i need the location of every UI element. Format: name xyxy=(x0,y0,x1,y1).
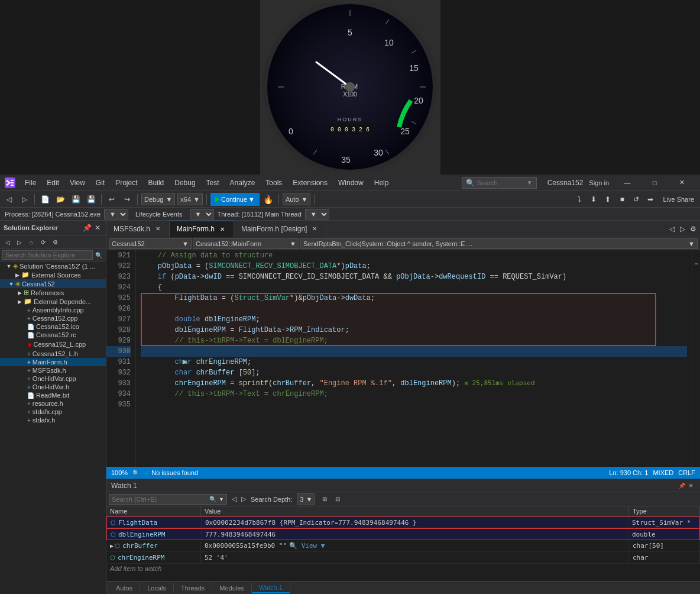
menu-window[interactable]: Window xyxy=(333,177,368,188)
sidebar-item-stdafxcpp[interactable]: + stdafx.cpp xyxy=(0,408,106,416)
watch-nav-forward[interactable]: ▷ xyxy=(241,495,246,503)
sidebar-item-external-sources[interactable]: ▶ 📁 External Sources xyxy=(0,270,106,279)
debug-config-dropdown[interactable]: Debug ▼ xyxy=(141,193,175,205)
new-file-button[interactable]: 📄 xyxy=(38,193,51,206)
menu-tools[interactable]: Tools xyxy=(261,177,287,188)
process-dropdown[interactable]: ▼ xyxy=(104,209,128,219)
tab-msfssdk[interactable]: MSFSsdk.h ✕ xyxy=(106,221,170,237)
sidebar-item-cessna152rc[interactable]: 📄 Cessna152.rc xyxy=(0,331,106,339)
zoom-button[interactable]: 🔍 xyxy=(132,470,140,476)
add-watch-button[interactable]: Add item to watch xyxy=(106,564,700,573)
nav-function-dropdown[interactable]: SendRptsBtn_Click(System::Object ^ sende… xyxy=(300,238,698,249)
nav-class-dropdown[interactable]: Cessna152 ▼ xyxy=(109,238,192,249)
watch-row-dblenginerpm[interactable]: ⬡ dblEngineRPM 777.94839468497446 double xyxy=(106,528,700,540)
sidebar-sync-button[interactable]: ⟳ xyxy=(38,237,48,247)
redo-button[interactable]: ↪ xyxy=(121,193,134,206)
fire-button[interactable]: 🔥 xyxy=(262,193,275,206)
chrbuffer-view-button[interactable]: 🔍 View ▼ xyxy=(289,542,325,550)
sidebar-item-onehidvarcpp[interactable]: + OneHidVar.cpp xyxy=(0,375,106,383)
search-dropdown-icon[interactable]: ▼ xyxy=(527,179,533,186)
sidebar-item-mainformh[interactable]: + MainForm.h xyxy=(0,358,106,366)
tab-watch1[interactable]: Watch 1 xyxy=(252,583,290,593)
menu-git[interactable]: Git xyxy=(91,177,109,188)
sidebar-item-references[interactable]: ▶ ⊞ References xyxy=(0,288,106,297)
sidebar-settings-button[interactable]: ⚙ xyxy=(50,237,60,247)
menu-view[interactable]: View xyxy=(65,177,90,188)
platform-dropdown[interactable]: x64 ▼ xyxy=(177,193,203,205)
tab-nav-left[interactable]: ◁ xyxy=(667,224,676,234)
sidebar-item-assemblyinfo[interactable]: + AssemblyInfo.cpp xyxy=(0,306,106,314)
sidebar-search-button[interactable]: 🔍 xyxy=(94,250,103,260)
close-button[interactable]: ✕ xyxy=(668,175,695,191)
menu-edit[interactable]: Edit xyxy=(42,177,64,188)
sidebar-item-cessna152lcpp[interactable]: ● Cessna152_L.cpp xyxy=(0,339,106,350)
project-node[interactable]: ▼ ◈ Cessna152 xyxy=(0,279,106,288)
menu-file[interactable]: File xyxy=(20,177,41,188)
maximize-button[interactable]: □ xyxy=(641,175,668,191)
step-over-button[interactable]: ⤵ xyxy=(573,193,586,206)
step-out-button[interactable]: ⬆ xyxy=(601,193,614,206)
menu-analyze[interactable]: Analyze xyxy=(225,177,260,188)
sidebar-back-button[interactable]: ◁ xyxy=(2,237,13,247)
open-button[interactable]: 📂 xyxy=(54,193,67,206)
menu-build[interactable]: Build xyxy=(144,177,169,188)
thread-dropdown[interactable]: ▼ xyxy=(305,209,329,219)
stop-button[interactable]: ■ xyxy=(615,193,628,206)
tab-mainformh-close[interactable]: ✕ xyxy=(218,225,226,233)
sidebar-item-onehidvarh[interactable]: + OneHidVar.h xyxy=(0,383,106,391)
menu-test[interactable]: Test xyxy=(202,177,224,188)
tab-locals[interactable]: Locals xyxy=(140,583,174,593)
lifecycle-dropdown[interactable]: ▼ xyxy=(190,209,214,219)
titlebar-search-input[interactable] xyxy=(477,179,524,186)
menu-debug[interactable]: Debug xyxy=(170,177,200,188)
continue-button[interactable]: ▶ Continue ▼ xyxy=(210,193,260,206)
show-next-stmt[interactable]: ➡ xyxy=(644,193,657,206)
watch-collapse-button[interactable]: ⊟ xyxy=(332,494,343,505)
depth-dropdown[interactable]: 3 ▼ xyxy=(297,493,315,505)
save-button[interactable]: 💾 xyxy=(69,193,82,206)
sidebar-forward-button[interactable]: ▷ xyxy=(14,237,25,247)
watch-search-box[interactable]: 🔍 ▼ xyxy=(109,494,227,505)
sidebar-item-ext-dep[interactable]: ▶ 📁 External Depende... xyxy=(0,297,106,306)
tab-modules[interactable]: Modules xyxy=(212,583,252,593)
tab-mainformh-design[interactable]: MainForm.h [Design] ✕ xyxy=(234,221,326,237)
tab-threads[interactable]: Threads xyxy=(174,583,212,593)
solution-node[interactable]: ▼ ◈ Solution 'Cessna152' (1 ... xyxy=(0,262,106,270)
titlebar-search-box[interactable]: 🔍 ▼ xyxy=(462,177,537,189)
auto-dropdown[interactable]: Auto ▼ xyxy=(283,193,311,205)
watch-row-flightdata[interactable]: ⬡ FlightData 0x00002234d7b867f8 {RPM_Ind… xyxy=(106,516,700,528)
watch-search-arrow[interactable]: ▼ xyxy=(219,496,224,502)
menu-help[interactable]: Help xyxy=(370,177,394,188)
live-share-button[interactable]: Live Share xyxy=(663,196,694,203)
step-into-button[interactable]: ⬇ xyxy=(587,193,600,206)
sidebar-close-button[interactable]: ✕ xyxy=(93,223,102,233)
sidebar-item-stdafxh[interactable]: + stdafx.h xyxy=(0,416,106,424)
watch-close-button[interactable]: ✕ xyxy=(687,482,695,490)
watch-pin-button[interactable]: 📌 xyxy=(678,482,686,490)
watch-nav-back[interactable]: ◁ xyxy=(232,495,236,503)
save-all-button[interactable]: 💾 xyxy=(85,193,98,206)
sidebar-item-cessna152cpp[interactable]: + Cessna152.cpp xyxy=(0,314,106,322)
sidebar-item-cessna152lh[interactable]: + Cessna152_L.h xyxy=(0,350,106,358)
tab-nav-right[interactable]: ▷ xyxy=(678,224,687,234)
sidebar-pin-button[interactable]: 📌 xyxy=(82,223,92,233)
restart-button[interactable]: ↺ xyxy=(630,193,643,206)
nav-back-button[interactable]: ◁ xyxy=(2,193,15,206)
menu-extensions[interactable]: Extensions xyxy=(288,177,332,188)
code-content[interactable]: // Assign data to structure pObjData = (… xyxy=(136,250,692,467)
tab-design-close[interactable]: ✕ xyxy=(310,225,319,233)
chrbuffer-expand-arrow[interactable]: ▶ xyxy=(110,543,114,549)
sidebar-home-button[interactable]: ⌂ xyxy=(26,237,37,247)
watch-search-input[interactable] xyxy=(112,496,207,503)
signin-button[interactable]: Sign in xyxy=(589,179,609,186)
minimize-button[interactable]: — xyxy=(614,175,641,191)
tab-settings-button[interactable]: ⚙ xyxy=(688,224,698,234)
watch-row-chrenginerpm[interactable]: ⬡ chrEngineRPM 52 '4' char xyxy=(106,552,700,564)
tab-autos[interactable]: Autos xyxy=(109,583,140,593)
sidebar-item-cessna152ico[interactable]: 📄 Cessna152.ico xyxy=(0,322,106,331)
nav-member-dropdown[interactable]: Cessna152::MainForm ▼ xyxy=(193,238,299,249)
menu-project[interactable]: Project xyxy=(111,177,142,188)
watch-row-chrbuffer[interactable]: ▶ ⬡ chrBuffer 0x00000055a15fe9b0 "" 🔍 Vi… xyxy=(106,540,700,552)
tab-msfssdk-close[interactable]: ✕ xyxy=(154,225,162,233)
sidebar-item-readme[interactable]: 📄 ReadMe.txt xyxy=(0,391,106,399)
